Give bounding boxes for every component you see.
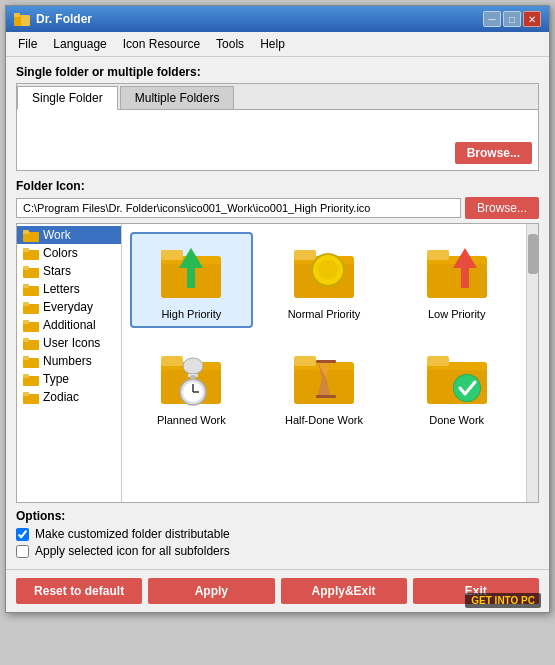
- icon-low-priority[interactable]: Low Priority: [395, 232, 518, 328]
- svg-rect-16: [23, 338, 29, 342]
- folder-icon-section: Folder Icon: C:\Program Files\Dr. Folder…: [16, 179, 539, 219]
- icon-done-work[interactable]: Done Work: [395, 338, 518, 434]
- done-work-icon: [425, 346, 489, 410]
- title-bar: Dr. Folder ─ □ ✕: [6, 6, 549, 32]
- icon-grid-scrollbar[interactable]: [526, 224, 538, 502]
- svg-rect-35: [427, 250, 449, 260]
- svg-rect-12: [23, 302, 29, 306]
- svg-rect-29: [294, 250, 316, 260]
- icon-planned-work[interactable]: Planned Work: [130, 338, 253, 434]
- planned-work-label: Planned Work: [157, 414, 226, 426]
- svg-rect-54: [427, 356, 449, 366]
- category-additional[interactable]: Additional: [17, 316, 121, 334]
- category-everyday[interactable]: Everyday: [17, 298, 121, 316]
- checkbox-subfolders-label: Apply selected icon for all subfolders: [35, 544, 230, 558]
- tabs-container: Single Folder Multiple Folders Browse...: [16, 83, 539, 171]
- svg-rect-39: [161, 356, 183, 366]
- checkbox-distributable-label: Make customized folder distributable: [35, 527, 230, 541]
- menu-help[interactable]: Help: [252, 34, 293, 54]
- folder-icon-numbers: [23, 355, 39, 368]
- svg-point-33: [318, 260, 338, 280]
- tab-single-folder[interactable]: Single Folder: [17, 86, 118, 110]
- svg-point-45: [183, 358, 203, 374]
- folder-icon-everyday: [23, 301, 39, 314]
- menu-tools[interactable]: Tools: [208, 34, 252, 54]
- svg-rect-20: [23, 374, 29, 378]
- svg-rect-10: [23, 284, 29, 288]
- folder-icon-type: [23, 373, 39, 386]
- tab-content-area: Browse...: [17, 110, 538, 170]
- icon-half-done-work[interactable]: Half-Done Work: [263, 338, 386, 434]
- folder-icon-row: C:\Program Files\Dr. Folder\icons\ico001…: [16, 197, 539, 219]
- svg-rect-52: [316, 395, 336, 398]
- high-priority-icon: [159, 240, 223, 304]
- reset-button[interactable]: Reset to default: [16, 578, 142, 604]
- low-priority-icon: [425, 240, 489, 304]
- menu-bar: File Language Icon Resource Tools Help: [6, 32, 549, 57]
- svg-rect-49: [294, 356, 316, 366]
- svg-rect-6: [23, 248, 29, 252]
- tabs-header: Single Folder Multiple Folders: [17, 84, 538, 110]
- icon-browser: Work Colors Stars: [16, 223, 539, 503]
- checkbox-row-1: Make customized folder distributable: [16, 527, 539, 541]
- svg-point-57: [454, 375, 480, 401]
- folder-icon-work: [23, 229, 39, 242]
- main-window: Dr. Folder ─ □ ✕ File Language Icon Reso…: [5, 5, 550, 613]
- minimize-button[interactable]: ─: [483, 11, 501, 27]
- icon-categories: Work Colors Stars: [17, 224, 122, 502]
- category-user-icons[interactable]: User Icons: [17, 334, 121, 352]
- half-done-work-label: Half-Done Work: [285, 414, 363, 426]
- svg-rect-24: [161, 250, 183, 260]
- folder-icon-label: Folder Icon:: [16, 179, 539, 193]
- svg-rect-36: [427, 264, 487, 298]
- app-icon: [14, 11, 30, 27]
- icon-normal-priority[interactable]: Normal Priority: [263, 232, 386, 328]
- category-colors[interactable]: Colors: [17, 244, 121, 262]
- svg-rect-14: [23, 320, 29, 324]
- icon-high-priority[interactable]: High Priority: [130, 232, 253, 328]
- category-zodiac[interactable]: Zodiac: [17, 388, 121, 406]
- category-type[interactable]: Type: [17, 370, 121, 388]
- section-label: Single folder or multiple folders:: [16, 65, 539, 79]
- folder-icon-zodiac: [23, 391, 39, 404]
- apply-button[interactable]: Apply: [148, 578, 274, 604]
- normal-priority-label: Normal Priority: [288, 308, 361, 320]
- category-stars[interactable]: Stars: [17, 262, 121, 280]
- svg-rect-51: [316, 360, 336, 363]
- tab-multiple-folders[interactable]: Multiple Folders: [120, 86, 235, 109]
- menu-file[interactable]: File: [10, 34, 45, 54]
- checkbox-distributable[interactable]: [16, 528, 29, 541]
- folder-icon-user: [23, 337, 39, 350]
- title-buttons: ─ □ ✕: [483, 11, 541, 27]
- svg-rect-18: [23, 356, 29, 360]
- options-label: Options:: [16, 509, 539, 523]
- category-letters[interactable]: Letters: [17, 280, 121, 298]
- icon-grid-container: High Priority Normal Pr: [122, 224, 526, 502]
- category-numbers[interactable]: Numbers: [17, 352, 121, 370]
- low-priority-label: Low Priority: [428, 308, 485, 320]
- window-title: Dr. Folder: [36, 12, 92, 26]
- folder-icon-letters: [23, 283, 39, 296]
- title-bar-left: Dr. Folder: [14, 11, 92, 27]
- bottom-buttons: Reset to default Apply Apply&Exit Exit G…: [6, 569, 549, 612]
- planned-work-icon: [159, 346, 223, 410]
- menu-language[interactable]: Language: [45, 34, 114, 54]
- folder-icon-additional: [23, 319, 39, 332]
- exit-button[interactable]: Exit: [413, 578, 539, 604]
- apply-exit-button[interactable]: Apply&Exit: [281, 578, 407, 604]
- category-work[interactable]: Work: [17, 226, 121, 244]
- folder-icon-path: C:\Program Files\Dr. Folder\icons\ico001…: [16, 198, 461, 218]
- checkbox-subfolders[interactable]: [16, 545, 29, 558]
- half-done-work-icon: [292, 346, 356, 410]
- folder-icon-stars: [23, 265, 39, 278]
- high-priority-label: High Priority: [161, 308, 221, 320]
- browse-button-icon[interactable]: Browse...: [465, 197, 539, 219]
- svg-point-47: [190, 375, 196, 379]
- menu-icon-resource[interactable]: Icon Resource: [115, 34, 208, 54]
- close-button[interactable]: ✕: [523, 11, 541, 27]
- svg-rect-22: [23, 392, 29, 396]
- svg-rect-2: [14, 13, 20, 17]
- svg-rect-8: [23, 266, 29, 270]
- maximize-button[interactable]: □: [503, 11, 521, 27]
- browse-button-top[interactable]: Browse...: [455, 142, 532, 164]
